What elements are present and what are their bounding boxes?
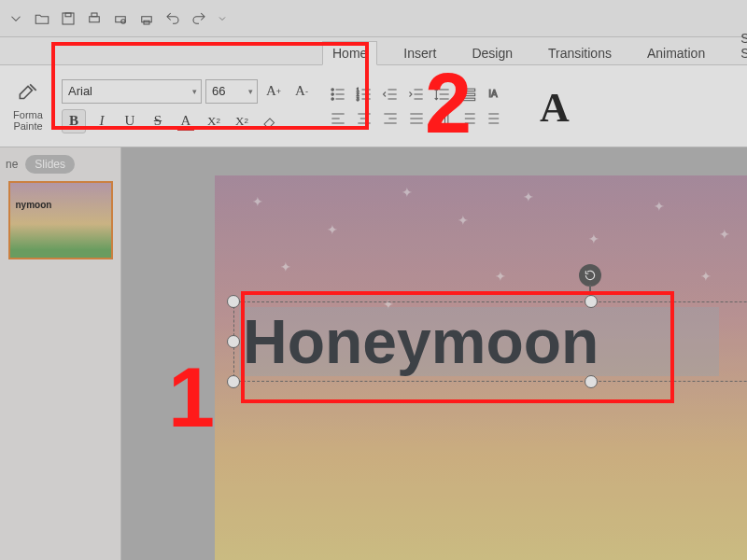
quick-access-toolbar [0,0,747,37]
chevron-down-icon: ▾ [248,87,253,96]
thumbnail-title: nymoon [16,200,52,210]
slides-tab[interactable]: Slides [25,155,75,174]
title-textbox[interactable]: Honeymoon [233,301,747,382]
outline-tab[interactable]: ne [6,158,18,171]
resize-handle-nw[interactable] [227,295,240,308]
svg-point-8 [331,88,334,91]
font-size-value: 66 [212,84,225,98]
bullets-icon[interactable] [329,85,347,104]
align-right-icon[interactable] [381,109,400,128]
slide-thumbnail-1[interactable]: nymoon [8,181,113,259]
decrease-indent-icon[interactable] [381,85,400,104]
print-icon[interactable] [86,10,103,27]
tab-animation[interactable]: Animation [638,42,714,64]
align-justify-icon[interactable] [407,109,426,128]
indent-right-icon[interactable] [486,109,504,128]
font-size-combo[interactable]: 66 ▾ [205,79,258,104]
slide-canvas-area: ✦ ✦ ✦ ✦ ✦ ✦ ✦ ✦ ✦ ✦ ✦ ✦ Honeymoon [121,147,747,560]
tab-transitions[interactable]: Transitions [539,42,621,64]
slide[interactable]: ✦ ✦ ✦ ✦ ✦ ✦ ✦ ✦ ✦ ✦ ✦ ✦ Honeymoon [215,175,747,560]
resize-handle-sw[interactable] [227,375,240,388]
subscript-button[interactable]: X2 [230,109,254,133]
font-color-button[interactable]: A [174,109,198,133]
chevron-down-icon: ▾ [192,87,197,96]
strikethrough-button[interactable]: S [146,109,170,133]
svg-rect-6 [142,16,152,21]
svg-text:3: 3 [357,95,359,101]
svg-point-10 [331,92,334,95]
undo-icon[interactable] [164,10,181,27]
ribbon-home: Forma Painte Arial ▾ 66 ▾ A+ A- B I U S … [0,65,747,147]
format-painter-label-1: Forma [6,109,50,120]
font-group: Arial ▾ 66 ▾ A+ A- B I U S A X2 X2 [56,74,319,139]
ribbon-tab-strip: Home Insert Design Transitions Animation… [0,37,747,65]
resize-handle-s[interactable] [585,375,598,388]
qat-more-icon[interactable] [217,10,228,27]
numbering-icon[interactable]: 123 [355,85,374,104]
bold-button[interactable]: B [62,109,86,133]
workspace: ne Slides nymoon ✦ ✦ ✦ ✦ ✦ ✦ ✦ ✦ ✦ ✦ ✦ ✦ [0,147,747,560]
open-icon[interactable] [34,10,50,27]
svg-rect-0 [63,13,74,24]
save-icon[interactable] [60,10,77,27]
svg-rect-1 [65,13,71,17]
superscript-button[interactable]: X2 [202,109,226,133]
decrease-font-size-button[interactable]: A- [289,79,314,104]
underline-button[interactable]: U [118,109,142,133]
format-painter-button[interactable]: Forma Painte [6,80,50,132]
resize-handle-n[interactable] [585,295,598,308]
tab-slideshow[interactable]: Slide Show [731,27,747,64]
italic-button[interactable]: I [90,109,114,133]
format-painter-icon [16,80,40,105]
tab-home[interactable]: Home [322,41,377,65]
title-text[interactable]: Honeymoon [243,301,599,382]
format-painter-chunk: Forma Painte [6,80,50,132]
clear-formatting-button[interactable] [258,109,282,133]
text-direction-icon[interactable]: IA [486,85,504,104]
format-painter-label-2: Painte [6,120,50,132]
rotate-icon [584,269,597,282]
align-left-icon[interactable] [329,109,347,128]
dropdown-icon[interactable] [7,10,24,27]
redo-icon[interactable] [190,10,207,27]
svg-rect-3 [92,13,97,17]
increase-indent-icon[interactable] [407,85,426,104]
text-styles-button[interactable]: A [540,84,570,132]
increase-font-size-button[interactable]: A+ [261,79,286,104]
rotate-handle[interactable] [579,264,601,287]
align-center-icon[interactable] [355,109,374,128]
tutorial-number-1: 1 [168,350,215,446]
svg-text:IA: IA [488,89,498,99]
print-preview-icon[interactable] [112,10,129,27]
paragraph-group: 123 IA [325,79,508,133]
svg-rect-2 [90,16,100,21]
resize-handle-w[interactable] [227,335,240,348]
print-direct-icon[interactable] [138,10,155,27]
svg-point-12 [331,97,334,100]
eraser-icon [261,113,278,130]
font-name-combo[interactable]: Arial ▾ [62,79,202,104]
svg-point-5 [121,19,126,23]
font-name-value: Arial [68,84,92,98]
tutorial-number-2: 2 [425,56,472,152]
slide-panel: ne Slides nymoon [0,147,121,560]
